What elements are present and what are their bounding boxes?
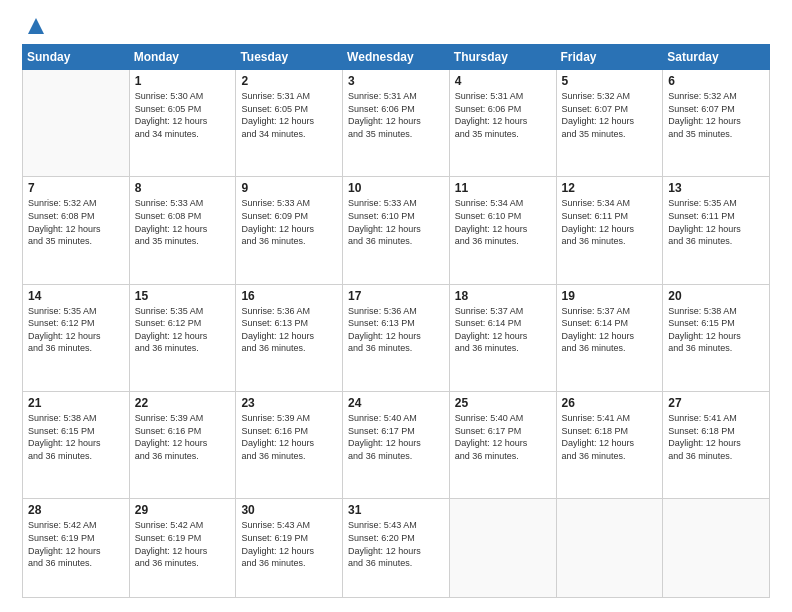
- calendar-cell: 18Sunrise: 5:37 AM Sunset: 6:14 PM Dayli…: [449, 284, 556, 391]
- day-info: Sunrise: 5:35 AM Sunset: 6:12 PM Dayligh…: [135, 305, 231, 355]
- calendar-cell: 4Sunrise: 5:31 AM Sunset: 6:06 PM Daylig…: [449, 70, 556, 177]
- day-info: Sunrise: 5:38 AM Sunset: 6:15 PM Dayligh…: [28, 412, 124, 462]
- day-info: Sunrise: 5:39 AM Sunset: 6:16 PM Dayligh…: [241, 412, 337, 462]
- day-number: 14: [28, 289, 124, 303]
- day-number: 23: [241, 396, 337, 410]
- calendar-cell: 26Sunrise: 5:41 AM Sunset: 6:18 PM Dayli…: [556, 391, 663, 498]
- day-info: Sunrise: 5:36 AM Sunset: 6:13 PM Dayligh…: [241, 305, 337, 355]
- day-number: 24: [348, 396, 444, 410]
- calendar-cell: 2Sunrise: 5:31 AM Sunset: 6:05 PM Daylig…: [236, 70, 343, 177]
- day-info: Sunrise: 5:32 AM Sunset: 6:07 PM Dayligh…: [562, 90, 658, 140]
- calendar-cell: 16Sunrise: 5:36 AM Sunset: 6:13 PM Dayli…: [236, 284, 343, 391]
- day-number: 3: [348, 74, 444, 88]
- weekday-header: Tuesday: [236, 45, 343, 70]
- day-number: 4: [455, 74, 551, 88]
- day-info: Sunrise: 5:40 AM Sunset: 6:17 PM Dayligh…: [348, 412, 444, 462]
- day-info: Sunrise: 5:33 AM Sunset: 6:08 PM Dayligh…: [135, 197, 231, 247]
- day-number: 19: [562, 289, 658, 303]
- day-number: 27: [668, 396, 764, 410]
- day-info: Sunrise: 5:37 AM Sunset: 6:14 PM Dayligh…: [455, 305, 551, 355]
- day-info: Sunrise: 5:36 AM Sunset: 6:13 PM Dayligh…: [348, 305, 444, 355]
- day-number: 5: [562, 74, 658, 88]
- calendar-week-row: 1Sunrise: 5:30 AM Sunset: 6:05 PM Daylig…: [23, 70, 770, 177]
- day-number: 15: [135, 289, 231, 303]
- weekday-header: Thursday: [449, 45, 556, 70]
- header: [22, 18, 770, 34]
- weekday-header: Sunday: [23, 45, 130, 70]
- day-number: 10: [348, 181, 444, 195]
- day-info: Sunrise: 5:41 AM Sunset: 6:18 PM Dayligh…: [668, 412, 764, 462]
- calendar-cell: 1Sunrise: 5:30 AM Sunset: 6:05 PM Daylig…: [129, 70, 236, 177]
- calendar-cell: 21Sunrise: 5:38 AM Sunset: 6:15 PM Dayli…: [23, 391, 130, 498]
- day-number: 11: [455, 181, 551, 195]
- day-info: Sunrise: 5:31 AM Sunset: 6:05 PM Dayligh…: [241, 90, 337, 140]
- calendar-cell: 10Sunrise: 5:33 AM Sunset: 6:10 PM Dayli…: [343, 177, 450, 284]
- day-number: 13: [668, 181, 764, 195]
- calendar-week-row: 21Sunrise: 5:38 AM Sunset: 6:15 PM Dayli…: [23, 391, 770, 498]
- day-number: 8: [135, 181, 231, 195]
- day-number: 7: [28, 181, 124, 195]
- day-info: Sunrise: 5:34 AM Sunset: 6:10 PM Dayligh…: [455, 197, 551, 247]
- calendar-cell: [23, 70, 130, 177]
- calendar-week-row: 14Sunrise: 5:35 AM Sunset: 6:12 PM Dayli…: [23, 284, 770, 391]
- calendar-cell: 30Sunrise: 5:43 AM Sunset: 6:19 PM Dayli…: [236, 499, 343, 598]
- day-number: 26: [562, 396, 658, 410]
- calendar-week-row: 28Sunrise: 5:42 AM Sunset: 6:19 PM Dayli…: [23, 499, 770, 598]
- day-number: 22: [135, 396, 231, 410]
- day-info: Sunrise: 5:42 AM Sunset: 6:19 PM Dayligh…: [28, 519, 124, 569]
- calendar-cell: [556, 499, 663, 598]
- day-number: 9: [241, 181, 337, 195]
- calendar-table: SundayMondayTuesdayWednesdayThursdayFrid…: [22, 44, 770, 598]
- calendar-cell: 29Sunrise: 5:42 AM Sunset: 6:19 PM Dayli…: [129, 499, 236, 598]
- day-number: 25: [455, 396, 551, 410]
- weekday-header: Wednesday: [343, 45, 450, 70]
- calendar-cell: 25Sunrise: 5:40 AM Sunset: 6:17 PM Dayli…: [449, 391, 556, 498]
- day-info: Sunrise: 5:31 AM Sunset: 6:06 PM Dayligh…: [348, 90, 444, 140]
- day-info: Sunrise: 5:37 AM Sunset: 6:14 PM Dayligh…: [562, 305, 658, 355]
- day-number: 16: [241, 289, 337, 303]
- day-info: Sunrise: 5:43 AM Sunset: 6:20 PM Dayligh…: [348, 519, 444, 569]
- page: SundayMondayTuesdayWednesdayThursdayFrid…: [0, 0, 792, 612]
- calendar-cell: 13Sunrise: 5:35 AM Sunset: 6:11 PM Dayli…: [663, 177, 770, 284]
- weekday-header: Saturday: [663, 45, 770, 70]
- calendar-cell: 5Sunrise: 5:32 AM Sunset: 6:07 PM Daylig…: [556, 70, 663, 177]
- calendar-cell: 15Sunrise: 5:35 AM Sunset: 6:12 PM Dayli…: [129, 284, 236, 391]
- day-number: 31: [348, 503, 444, 517]
- day-info: Sunrise: 5:41 AM Sunset: 6:18 PM Dayligh…: [562, 412, 658, 462]
- calendar-cell: 28Sunrise: 5:42 AM Sunset: 6:19 PM Dayli…: [23, 499, 130, 598]
- weekday-header: Monday: [129, 45, 236, 70]
- calendar-week-row: 7Sunrise: 5:32 AM Sunset: 6:08 PM Daylig…: [23, 177, 770, 284]
- calendar-cell: 6Sunrise: 5:32 AM Sunset: 6:07 PM Daylig…: [663, 70, 770, 177]
- day-number: 18: [455, 289, 551, 303]
- day-number: 2: [241, 74, 337, 88]
- weekday-header: Friday: [556, 45, 663, 70]
- day-number: 28: [28, 503, 124, 517]
- day-info: Sunrise: 5:32 AM Sunset: 6:07 PM Dayligh…: [668, 90, 764, 140]
- day-info: Sunrise: 5:39 AM Sunset: 6:16 PM Dayligh…: [135, 412, 231, 462]
- svg-marker-0: [28, 18, 44, 34]
- calendar-cell: 17Sunrise: 5:36 AM Sunset: 6:13 PM Dayli…: [343, 284, 450, 391]
- logo-icon: [28, 18, 44, 34]
- day-info: Sunrise: 5:43 AM Sunset: 6:19 PM Dayligh…: [241, 519, 337, 569]
- calendar-cell: 24Sunrise: 5:40 AM Sunset: 6:17 PM Dayli…: [343, 391, 450, 498]
- logo-area: [22, 18, 44, 34]
- calendar-cell: 27Sunrise: 5:41 AM Sunset: 6:18 PM Dayli…: [663, 391, 770, 498]
- calendar-cell: 14Sunrise: 5:35 AM Sunset: 6:12 PM Dayli…: [23, 284, 130, 391]
- calendar-cell: 23Sunrise: 5:39 AM Sunset: 6:16 PM Dayli…: [236, 391, 343, 498]
- calendar-cell: 20Sunrise: 5:38 AM Sunset: 6:15 PM Dayli…: [663, 284, 770, 391]
- day-info: Sunrise: 5:35 AM Sunset: 6:12 PM Dayligh…: [28, 305, 124, 355]
- day-info: Sunrise: 5:30 AM Sunset: 6:05 PM Dayligh…: [135, 90, 231, 140]
- day-info: Sunrise: 5:34 AM Sunset: 6:11 PM Dayligh…: [562, 197, 658, 247]
- day-number: 12: [562, 181, 658, 195]
- calendar-cell: 8Sunrise: 5:33 AM Sunset: 6:08 PM Daylig…: [129, 177, 236, 284]
- day-number: 20: [668, 289, 764, 303]
- calendar-cell: 11Sunrise: 5:34 AM Sunset: 6:10 PM Dayli…: [449, 177, 556, 284]
- day-number: 29: [135, 503, 231, 517]
- calendar-cell: 7Sunrise: 5:32 AM Sunset: 6:08 PM Daylig…: [23, 177, 130, 284]
- day-info: Sunrise: 5:40 AM Sunset: 6:17 PM Dayligh…: [455, 412, 551, 462]
- day-number: 6: [668, 74, 764, 88]
- day-info: Sunrise: 5:32 AM Sunset: 6:08 PM Dayligh…: [28, 197, 124, 247]
- day-number: 17: [348, 289, 444, 303]
- calendar-header-row: SundayMondayTuesdayWednesdayThursdayFrid…: [23, 45, 770, 70]
- calendar-cell: 31Sunrise: 5:43 AM Sunset: 6:20 PM Dayli…: [343, 499, 450, 598]
